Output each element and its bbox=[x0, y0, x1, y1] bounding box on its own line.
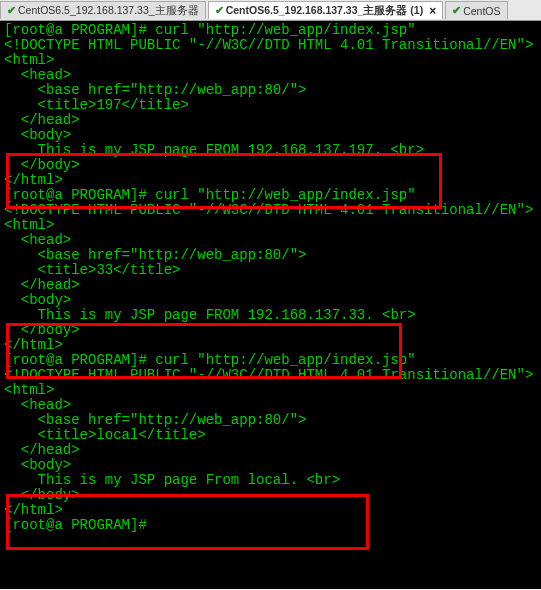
check-icon: ✔ bbox=[7, 4, 16, 17]
terminal-line: </html> bbox=[4, 338, 537, 353]
tab-label: CentOS6.5_192.168.137.33_主服务器 (1) bbox=[226, 4, 424, 18]
terminal-line: <html> bbox=[4, 53, 537, 68]
check-icon: ✔ bbox=[452, 4, 461, 17]
terminal-line: <!DOCTYPE HTML PUBLIC "-//W3C//DTD HTML … bbox=[4, 203, 537, 218]
terminal-line: <!DOCTYPE HTML PUBLIC "-//W3C//DTD HTML … bbox=[4, 368, 537, 383]
terminal-line: </head> bbox=[4, 113, 537, 128]
terminal-line: </html> bbox=[4, 503, 537, 518]
tab-bar: ✔ CentOS6.5_192.168.137.33_主服务器 ✔ CentOS… bbox=[0, 0, 541, 21]
tab-label: CentOS6.5_192.168.137.33_主服务器 bbox=[18, 4, 199, 18]
terminal-line: <head> bbox=[4, 233, 537, 248]
terminal-line: </head> bbox=[4, 443, 537, 458]
terminal-line: This is my JSP page FROM 192.168.137.33.… bbox=[4, 308, 537, 323]
terminal-line: <!DOCTYPE HTML PUBLIC "-//W3C//DTD HTML … bbox=[4, 38, 537, 53]
tab-server-3[interactable]: ✔ CentOS bbox=[445, 1, 507, 19]
terminal-line: </body> bbox=[4, 323, 537, 338]
terminal-line: <body> bbox=[4, 128, 537, 143]
terminal-output[interactable]: [root@a PROGRAM]# curl "http://web_app/i… bbox=[0, 21, 541, 589]
terminal-line: This is my JSP page FROM 192.168.137.197… bbox=[4, 143, 537, 158]
close-icon[interactable]: × bbox=[429, 4, 436, 18]
tab-label: CentOS bbox=[463, 5, 500, 17]
terminal-line: <head> bbox=[4, 68, 537, 83]
terminal-line: [root@a PROGRAM]# bbox=[4, 518, 537, 533]
terminal-line: </body> bbox=[4, 488, 537, 503]
terminal-line: <body> bbox=[4, 458, 537, 473]
terminal-line: <base href="http://web_app:80/"> bbox=[4, 413, 537, 428]
terminal-line: <title>33</title> bbox=[4, 263, 537, 278]
terminal-line: <html> bbox=[4, 383, 537, 398]
tab-server-2-active[interactable]: ✔ CentOS6.5_192.168.137.33_主服务器 (1) × bbox=[208, 1, 444, 19]
terminal-line: <base href="http://web_app:80/"> bbox=[4, 83, 537, 98]
terminal-line: </body> bbox=[4, 158, 537, 173]
terminal-line: </head> bbox=[4, 278, 537, 293]
terminal-line: <head> bbox=[4, 398, 537, 413]
terminal-line: [root@a PROGRAM]# curl "http://web_app/i… bbox=[4, 353, 537, 368]
terminal-line: <base href="http://web_app:80/"> bbox=[4, 248, 537, 263]
terminal-line: </html> bbox=[4, 173, 537, 188]
terminal-line: <title>local</title> bbox=[4, 428, 537, 443]
terminal-line: This is my JSP page From local. <br> bbox=[4, 473, 537, 488]
terminal-line: [root@a PROGRAM]# curl "http://web_app/i… bbox=[4, 23, 537, 38]
tab-server-1[interactable]: ✔ CentOS6.5_192.168.137.33_主服务器 bbox=[0, 1, 206, 19]
terminal-line: <html> bbox=[4, 218, 537, 233]
check-icon: ✔ bbox=[215, 4, 224, 17]
terminal-line: <body> bbox=[4, 293, 537, 308]
terminal-line: [root@a PROGRAM]# curl "http://web_app/i… bbox=[4, 188, 537, 203]
terminal-line: <title>197</title> bbox=[4, 98, 537, 113]
